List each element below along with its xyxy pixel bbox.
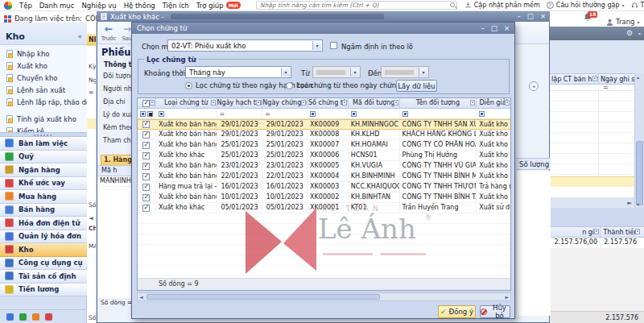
sidebar-module[interactable]: Quản lý hóa đơn [0,230,87,244]
table-row[interactable]: Xuất kho bán hàng 29/01/2023 29/01/2023 … [138,119,510,130]
sidebar-item[interactable]: Lệnh lắp ráp, tháo dỡ [0,96,87,108]
ok-button[interactable]: Đồng ý [438,305,476,318]
window-title-bar[interactable]: Xuất kho khác - [97,11,550,22]
maximize-icon[interactable] [527,13,534,20]
scroll-down-icon[interactable] [637,201,639,207]
table-row[interactable]: Xuất kho bán hàng 25/01/2023 25/01/2023 … [138,140,510,151]
detail-cell[interactable]: MANHINH. [97,176,132,187]
scroll-left-icon[interactable] [139,294,143,300]
scrollbar-thumb[interactable] [147,294,380,300]
sidebar-item[interactable]: Xuất kho [0,60,87,72]
table-row[interactable]: Xuất kho bán hàng 23/01/2023 23/01/2023 … [138,161,510,172]
sidebar-module[interactable]: Công cụ dụng cụ [0,257,87,271]
pin-icon[interactable] [592,76,597,81]
pin-icon[interactable] [394,100,398,106]
sidebar-item[interactable]: Tính giá xuất kho [0,113,87,125]
table-row[interactable]: Xuất kho bán hàng 10/01/2023 10/01/2023 … [138,193,510,203]
update-software-link[interactable]: Cập nhật phần mềm [464,2,540,9]
close-icon[interactable] [540,13,546,20]
column-header[interactable]: Loại chứng từ [156,98,217,108]
background-selected-row[interactable] [550,176,634,187]
sidebar-item[interactable]: Chuyển kho [0,72,87,84]
quantity-column-header[interactable]: Số lượng [516,158,551,170]
period-select[interactable]: Tháng này [185,66,291,78]
minimize-icon[interactable] [481,25,485,32]
sidebar-module[interactable]: Tài sản cố định [0,270,87,284]
menu-item[interactable]: Trợ giúp [196,2,224,10]
column-header[interactable]: Thành tiền [601,227,641,237]
minimize-icon[interactable] [518,13,521,20]
pin-icon[interactable] [150,100,155,106]
background-hscrollbar[interactable] [550,197,634,208]
module-mini-icon[interactable] [6,313,14,321]
row-checkbox[interactable] [142,121,150,128]
menu-item[interactable]: Tiện ích [163,2,189,10]
sidebar-module[interactable]: Bán hàng [0,204,87,217]
app-logo-icon[interactable] [4,2,12,10]
filter-icon[interactable] [402,111,408,117]
row-checkbox[interactable] [142,152,150,159]
pin-icon[interactable] [256,100,261,106]
sidebar-module[interactable]: Khế ước vay [0,177,87,191]
column-header[interactable]: n giá [550,227,601,237]
pin-icon[interactable] [505,100,510,106]
menu-item[interactable]: Danh mục [39,2,75,10]
column-header[interactable]: Diễn giải [477,98,510,108]
background-detail-row[interactable]: 2.157.576,00 2.157.576 [550,238,644,248]
pin-icon[interactable] [342,100,347,106]
collapse-icon[interactable] [77,32,82,40]
circle-options-icon[interactable] [529,81,539,91]
module-mini-icon[interactable] [19,313,27,321]
close-icon[interactable] [504,25,510,32]
user-menu[interactable]: Trang [606,18,639,26]
row-checkbox[interactable] [142,142,150,149]
nav-back-button[interactable]: ← Trước [99,24,118,42]
table-row[interactable]: Xuất kho khác 25/01/2023 25/01/2023 XK00… [138,151,510,161]
filter-icon[interactable] [479,111,485,117]
row-checkbox[interactable] [142,173,150,180]
sidebar-module[interactable]: Quỹ [0,151,87,164]
filter-icon[interactable] [159,111,164,117]
table-row[interactable]: Xuất kho bán hàng 29/01/2023 29/01/2023 … [138,130,510,140]
menu-item[interactable]: Hệ thống [124,2,155,10]
pin-icon[interactable] [470,100,475,106]
column-header[interactable]: Ngày hạch toán [217,98,263,108]
row-checkbox[interactable] [142,194,150,201]
filter-icon[interactable] [147,111,153,117]
equals-filter-icon[interactable]: = [220,110,225,118]
background-vscrollbar[interactable] [634,73,644,208]
sidebar-module[interactable]: Tiền lương [0,284,87,297]
row-checkbox[interactable] [142,184,150,191]
scroll-right-icon[interactable] [628,200,632,206]
detail-tab[interactable]: 1. Hàng t [101,155,132,165]
sidebar-module[interactable]: Mua hàng [0,190,87,204]
row-checkbox[interactable] [142,205,150,212]
notification-bell-icon[interactable]: 18 [583,12,596,25]
column-header[interactable]: Ngày chứng từ [262,98,308,108]
sidebar-module[interactable]: Ngân hàng [0,164,87,177]
detail-column-header[interactable]: Mã h [97,166,132,176]
column-header[interactable]: Mã đối tượng [349,98,400,108]
equals-filter-icon[interactable]: = [265,110,270,118]
filter-icon[interactable] [140,111,146,117]
select-all-header[interactable] [138,98,156,108]
lot-checkbox[interactable] [330,42,337,49]
filter-icon[interactable] [310,111,316,117]
sidebar-module[interactable]: Bàn làm việc [0,137,87,151]
equals-filter-icon[interactable]: = [603,84,609,91]
table-row[interactable]: Xuất kho bán hàng 22/01/2023 22/01/2023 … [138,172,510,182]
row-checkbox[interactable] [142,131,150,139]
background-rows[interactable] [550,187,634,197]
column-header[interactable]: Số chứng từ [308,98,349,108]
menu-item[interactable]: Nghiệp vụ [81,2,116,10]
cancel-button[interactable]: Hủy bỏ [480,305,510,318]
scroll-up-icon[interactable] [637,74,639,80]
column-header[interactable]: Ngày ghi sổ kh [599,74,634,84]
row-checkbox[interactable] [142,163,150,170]
maximize-icon[interactable] [491,25,497,32]
table-row[interactable]: Hàng mua trả lại - Giả.. 16/01/2023 16/0… [138,182,510,193]
pin-icon[interactable] [594,229,599,234]
pin-icon[interactable] [301,100,306,106]
faq-link[interactable]: Câu hỏi thường gặp [547,2,625,9]
pin-icon[interactable] [211,100,216,106]
